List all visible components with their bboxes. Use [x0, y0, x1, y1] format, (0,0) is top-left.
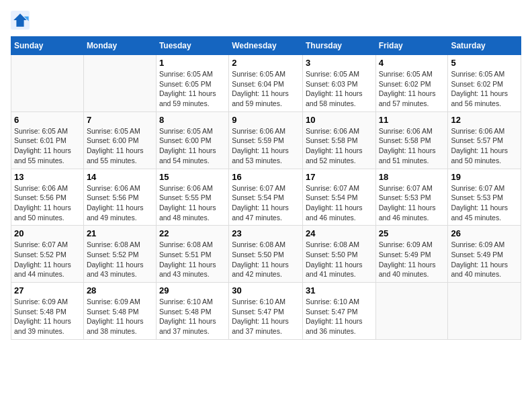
day-number: 23 — [232, 228, 300, 238]
header-day-sunday: Sunday — [11, 37, 84, 55]
cell-info: Sunrise: 6:07 AMSunset: 5:52 PMDaylight:… — [14, 240, 81, 279]
day-number: 24 — [306, 228, 373, 238]
calendar-cell: 20Sunrise: 6:07 AMSunset: 5:52 PMDayligh… — [11, 226, 84, 283]
cell-info: Sunrise: 6:05 AMSunset: 6:04 PMDaylight:… — [232, 69, 300, 109]
day-number: 7 — [87, 115, 153, 125]
cell-info: Sunrise: 6:06 AMSunset: 5:58 PMDaylight:… — [306, 126, 373, 166]
cell-info: Sunrise: 6:05 AMSunset: 6:01 PMDaylight:… — [14, 126, 81, 166]
day-number: 22 — [159, 228, 226, 238]
day-number: 12 — [451, 115, 518, 125]
cell-info: Sunrise: 6:08 AMSunset: 5:52 PMDaylight:… — [87, 240, 153, 279]
calendar-cell — [11, 55, 84, 112]
calendar-cell: 4Sunrise: 6:05 AMSunset: 6:02 PMDaylight… — [375, 55, 448, 112]
calendar-cell: 5Sunrise: 6:05 AMSunset: 6:02 PMDaylight… — [448, 55, 521, 112]
calendar-cell: 10Sunrise: 6:06 AMSunset: 5:58 PMDayligh… — [302, 111, 375, 169]
day-number: 4 — [379, 58, 445, 68]
day-number: 25 — [379, 228, 445, 238]
day-number: 1 — [159, 58, 226, 68]
calendar-table: SundayMondayTuesdayWednesdayThursdayFrid… — [11, 36, 521, 340]
cell-info: Sunrise: 6:09 AMSunset: 5:49 PMDaylight:… — [451, 240, 518, 279]
header-day-tuesday: Tuesday — [156, 37, 228, 55]
calendar-header: SundayMondayTuesdayWednesdayThursdayFrid… — [11, 37, 521, 55]
calendar-cell: 26Sunrise: 6:09 AMSunset: 5:49 PMDayligh… — [448, 226, 521, 283]
day-number: 20 — [14, 228, 81, 238]
calendar-cell: 22Sunrise: 6:08 AMSunset: 5:51 PMDayligh… — [156, 226, 228, 283]
cell-info: Sunrise: 6:07 AMSunset: 5:54 PMDaylight:… — [306, 183, 373, 223]
calendar-cell: 6Sunrise: 6:05 AMSunset: 6:01 PMDaylight… — [11, 111, 84, 169]
cell-info: Sunrise: 6:05 AMSunset: 6:02 PMDaylight:… — [379, 69, 445, 109]
day-number: 3 — [306, 58, 373, 68]
day-number: 28 — [87, 285, 153, 295]
calendar-cell: 2Sunrise: 6:05 AMSunset: 6:04 PMDaylight… — [229, 55, 303, 112]
calendar-cell: 11Sunrise: 6:06 AMSunset: 5:58 PMDayligh… — [375, 111, 448, 169]
calendar-cell: 1Sunrise: 6:05 AMSunset: 6:05 PMDaylight… — [156, 55, 228, 112]
calendar-cell: 18Sunrise: 6:07 AMSunset: 5:53 PMDayligh… — [375, 169, 448, 226]
calendar-cell: 14Sunrise: 6:06 AMSunset: 5:56 PMDayligh… — [83, 169, 156, 226]
calendar-cell: 13Sunrise: 6:06 AMSunset: 5:56 PMDayligh… — [11, 169, 84, 226]
calendar-cell — [83, 55, 156, 112]
logo-icon — [11, 11, 30, 30]
cell-info: Sunrise: 6:05 AMSunset: 6:03 PMDaylight:… — [306, 69, 373, 109]
day-number: 29 — [159, 285, 226, 295]
header-day-monday: Monday — [83, 37, 156, 55]
cell-info: Sunrise: 6:06 AMSunset: 5:58 PMDaylight:… — [379, 126, 445, 166]
calendar-cell: 8Sunrise: 6:05 AMSunset: 6:00 PMDaylight… — [156, 111, 228, 169]
calendar-body: 1Sunrise: 6:05 AMSunset: 6:05 PMDaylight… — [11, 55, 521, 340]
calendar-cell: 28Sunrise: 6:09 AMSunset: 5:48 PMDayligh… — [83, 283, 156, 340]
calendar-cell: 30Sunrise: 6:10 AMSunset: 5:47 PMDayligh… — [229, 283, 303, 340]
cell-info: Sunrise: 6:10 AMSunset: 5:47 PMDaylight:… — [232, 297, 300, 336]
day-number: 8 — [159, 115, 226, 125]
header-row: SundayMondayTuesdayWednesdayThursdayFrid… — [11, 37, 521, 55]
calendar-cell: 15Sunrise: 6:06 AMSunset: 5:55 PMDayligh… — [156, 169, 228, 226]
calendar-cell: 29Sunrise: 6:10 AMSunset: 5:48 PMDayligh… — [156, 283, 228, 340]
calendar-cell: 3Sunrise: 6:05 AMSunset: 6:03 PMDaylight… — [302, 55, 375, 112]
cell-info: Sunrise: 6:06 AMSunset: 5:59 PMDaylight:… — [232, 126, 300, 166]
calendar-cell: 25Sunrise: 6:09 AMSunset: 5:49 PMDayligh… — [375, 226, 448, 283]
calendar-week-row: 20Sunrise: 6:07 AMSunset: 5:52 PMDayligh… — [11, 226, 521, 283]
day-number: 31 — [306, 285, 373, 295]
header-day-wednesday: Wednesday — [229, 37, 303, 55]
calendar-cell: 31Sunrise: 6:10 AMSunset: 5:47 PMDayligh… — [302, 283, 375, 340]
day-number: 30 — [232, 285, 300, 295]
cell-info: Sunrise: 6:08 AMSunset: 5:51 PMDaylight:… — [159, 240, 226, 279]
calendar-cell: 9Sunrise: 6:06 AMSunset: 5:59 PMDaylight… — [229, 111, 303, 169]
day-number: 11 — [379, 115, 445, 125]
day-number: 17 — [306, 172, 373, 182]
cell-info: Sunrise: 6:05 AMSunset: 6:02 PMDaylight:… — [451, 69, 518, 109]
cell-info: Sunrise: 6:05 AMSunset: 6:00 PMDaylight:… — [87, 126, 153, 166]
day-number: 26 — [451, 228, 518, 238]
day-number: 6 — [14, 115, 81, 125]
cell-info: Sunrise: 6:05 AMSunset: 6:05 PMDaylight:… — [159, 69, 226, 109]
cell-info: Sunrise: 6:09 AMSunset: 5:49 PMDaylight:… — [379, 240, 445, 279]
cell-info: Sunrise: 6:07 AMSunset: 5:53 PMDaylight:… — [379, 183, 445, 223]
calendar-cell: 17Sunrise: 6:07 AMSunset: 5:54 PMDayligh… — [302, 169, 375, 226]
cell-info: Sunrise: 6:09 AMSunset: 5:48 PMDaylight:… — [87, 297, 153, 336]
day-number: 14 — [87, 172, 153, 182]
calendar-cell: 16Sunrise: 6:07 AMSunset: 5:54 PMDayligh… — [229, 169, 303, 226]
day-number: 18 — [379, 172, 445, 182]
cell-info: Sunrise: 6:08 AMSunset: 5:50 PMDaylight:… — [306, 240, 373, 279]
day-number: 9 — [232, 115, 300, 125]
calendar-cell: 19Sunrise: 6:07 AMSunset: 5:53 PMDayligh… — [448, 169, 521, 226]
header-day-thursday: Thursday — [302, 37, 375, 55]
day-number: 10 — [306, 115, 373, 125]
cell-info: Sunrise: 6:05 AMSunset: 6:00 PMDaylight:… — [159, 126, 226, 166]
calendar-cell: 23Sunrise: 6:08 AMSunset: 5:50 PMDayligh… — [229, 226, 303, 283]
day-number: 21 — [87, 228, 153, 238]
day-number: 2 — [232, 58, 300, 68]
calendar-week-row: 27Sunrise: 6:09 AMSunset: 5:48 PMDayligh… — [11, 283, 521, 340]
day-number: 15 — [159, 172, 226, 182]
day-number: 27 — [14, 285, 81, 295]
header-day-saturday: Saturday — [448, 37, 521, 55]
calendar-cell: 12Sunrise: 6:06 AMSunset: 5:57 PMDayligh… — [448, 111, 521, 169]
day-number: 5 — [451, 58, 518, 68]
calendar-cell: 21Sunrise: 6:08 AMSunset: 5:52 PMDayligh… — [83, 226, 156, 283]
cell-info: Sunrise: 6:06 AMSunset: 5:55 PMDaylight:… — [159, 183, 226, 223]
cell-info: Sunrise: 6:09 AMSunset: 5:48 PMDaylight:… — [14, 297, 81, 336]
calendar-cell: 7Sunrise: 6:05 AMSunset: 6:00 PMDaylight… — [83, 111, 156, 169]
calendar-week-row: 6Sunrise: 6:05 AMSunset: 6:01 PMDaylight… — [11, 111, 521, 169]
page-header — [11, 11, 521, 30]
cell-info: Sunrise: 6:08 AMSunset: 5:50 PMDaylight:… — [232, 240, 300, 279]
calendar-cell: 24Sunrise: 6:08 AMSunset: 5:50 PMDayligh… — [302, 226, 375, 283]
day-number: 19 — [451, 172, 518, 182]
